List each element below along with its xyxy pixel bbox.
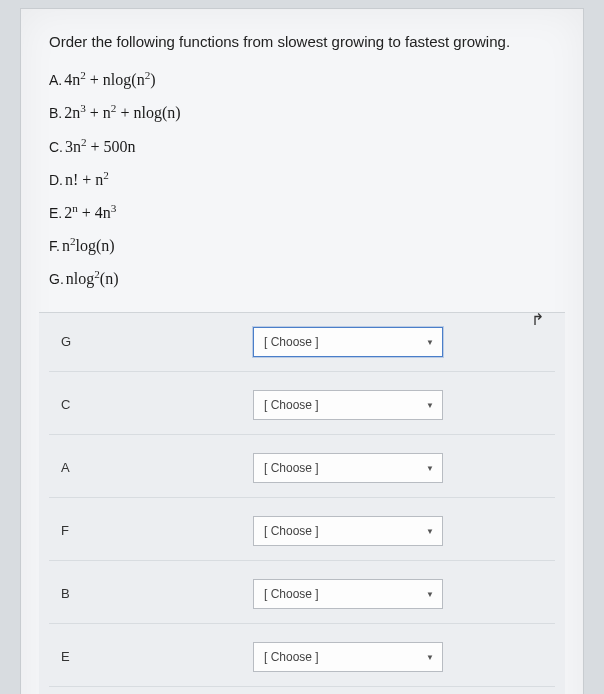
- chevron-down-icon: ▼: [426, 526, 434, 535]
- choose-select[interactable]: [ Choose ]▼: [253, 453, 443, 483]
- choose-select[interactable]: [ Choose ]▼: [253, 642, 443, 672]
- choose-select[interactable]: [ Choose ]▼: [253, 390, 443, 420]
- select-wrap: [ Choose ]▼: [253, 390, 443, 420]
- answer-letter: A: [53, 460, 253, 475]
- options-list: A.4n2 + nlog(n2) B.2n3 + n2 + nlog(n) C.…: [49, 68, 555, 290]
- answer-letter: B: [53, 586, 253, 601]
- select-wrap: [ Choose ]▼: [253, 579, 443, 609]
- option-d: D.n! + n2: [49, 167, 555, 190]
- select-wrap: [ Choose ]▼: [253, 516, 443, 546]
- answer-letter: E: [53, 649, 253, 664]
- chevron-down-icon: ▼: [426, 463, 434, 472]
- answer-row: G[ Choose ]▼: [49, 313, 555, 372]
- option-g: G.nlog2(n): [49, 267, 555, 290]
- chevron-down-icon: ▼: [426, 337, 434, 346]
- choose-select[interactable]: [ Choose ]▼: [253, 579, 443, 609]
- answer-row: C[ Choose ]▼: [49, 372, 555, 435]
- chevron-down-icon: ▼: [426, 400, 434, 409]
- select-wrap: [ Choose ]▼: [253, 327, 443, 357]
- choose-select[interactable]: [ Choose ]▼: [253, 516, 443, 546]
- chevron-down-icon: ▼: [426, 652, 434, 661]
- option-b: B.2n3 + n2 + nlog(n): [49, 101, 555, 124]
- select-wrap: [ Choose ]▼: [253, 453, 443, 483]
- answer-row: A[ Choose ]▼: [49, 435, 555, 498]
- option-f: F.n2log(n): [49, 234, 555, 257]
- option-c: C.3n2 + 500n: [49, 134, 555, 157]
- option-a: A.4n2 + nlog(n2): [49, 68, 555, 91]
- answer-row: F[ Choose ]▼: [49, 498, 555, 561]
- answer-area: G[ Choose ]▼C[ Choose ]▼A[ Choose ]▼F[ C…: [39, 312, 565, 694]
- answer-row: D[ Choose ]▼: [49, 687, 555, 694]
- answer-letter: C: [53, 397, 253, 412]
- answer-letter: F: [53, 523, 253, 538]
- option-e: E.2n + 4n3: [49, 201, 555, 224]
- question-page: Order the following functions from slowe…: [20, 8, 584, 694]
- select-wrap: [ Choose ]▼: [253, 642, 443, 672]
- chevron-down-icon: ▼: [426, 589, 434, 598]
- answer-row: E[ Choose ]▼: [49, 624, 555, 687]
- choose-select[interactable]: [ Choose ]▼: [253, 327, 443, 357]
- answer-letter: G: [53, 334, 253, 349]
- answer-row: B[ Choose ]▼: [49, 561, 555, 624]
- question-prompt: Order the following functions from slowe…: [49, 33, 555, 50]
